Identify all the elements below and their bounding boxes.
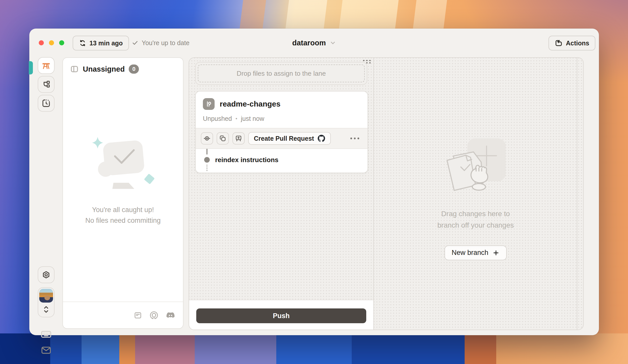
branch-time: just now [241, 115, 264, 122]
titlebar: 13 min ago You're up to date dataroom [29, 29, 599, 57]
avatar [39, 289, 53, 303]
wallpaper-bottom-stripes [0, 333, 628, 364]
new-branch-button[interactable]: New branch [444, 245, 507, 260]
user-switcher[interactable] [38, 287, 55, 317]
discord-button[interactable] [166, 310, 175, 320]
actions-label: Actions [566, 40, 589, 47]
project-switcher[interactable]: dataroom [292, 39, 336, 47]
branch-name: readme-changes [220, 100, 280, 108]
canvas-hint-line2: branch off your changes [437, 220, 514, 231]
branch-card: readme-changes Unpushed • just now [195, 91, 368, 173]
changelog-icon [134, 311, 142, 320]
active-tab-indicator [29, 61, 33, 74]
commit-target-button[interactable] [201, 132, 213, 145]
branch-status: Unpushed [203, 115, 232, 122]
sync-status-button[interactable]: 13 min ago [73, 36, 129, 50]
close-button[interactable] [39, 40, 44, 45]
github-icon [318, 135, 325, 142]
commit-dot-icon [204, 157, 210, 163]
changelog-button[interactable] [134, 311, 142, 320]
canvas-hint-line1: Drag changes here to [437, 208, 514, 220]
unassigned-title: Unassigned [83, 65, 125, 73]
sync-time-label: 13 min ago [89, 40, 123, 47]
copy-icon [219, 135, 227, 142]
unassigned-panel: Unassigned 0 You're all caught up! No [62, 57, 184, 329]
branch-card-header[interactable]: readme-changes Unpushed • just now [196, 92, 368, 128]
up-to-date-status: You're up to date [132, 29, 189, 57]
project-name: dataroom [292, 39, 326, 47]
branch-badge-icon [203, 98, 215, 110]
empty-subtitle: No files need committing [85, 215, 161, 226]
desktop: 13 min ago You're up to date dataroom [0, 0, 628, 364]
plus-icon [492, 249, 500, 256]
commit-message: reindex instructions [215, 156, 279, 164]
mail-icon [41, 345, 52, 356]
push-button[interactable]: Push [196, 308, 366, 323]
check-icon [132, 40, 138, 46]
actions-sparkle-icon [555, 39, 563, 47]
target-plus-icon [203, 135, 211, 142]
discord-icon [166, 310, 175, 320]
new-branch-label: New branch [452, 249, 488, 257]
new-branch-canvas: Drag changes here to branch off your cha… [374, 58, 577, 330]
bench-plus-icon [235, 135, 242, 142]
drag-changes-illustration [437, 137, 514, 198]
sidebar-item-branches[interactable] [38, 76, 55, 93]
open-source-icon [149, 311, 159, 320]
sync-icon [79, 39, 86, 47]
apply-to-workspace-button[interactable] [232, 132, 245, 145]
actions-button[interactable]: Actions [548, 36, 595, 50]
chevron-down-icon [330, 40, 336, 46]
empty-title: You're all caught up! [85, 205, 161, 215]
commit-line-top [206, 149, 207, 154]
workspace-canvas: Drop files to assign to the lane readme- [189, 57, 584, 330]
history-icon [42, 99, 51, 108]
sidebar-rail [38, 57, 55, 329]
branch-lane: Drop files to assign to the lane readme- [189, 58, 373, 330]
minimize-button[interactable] [49, 40, 54, 45]
unassigned-count-badge: 0 [129, 64, 139, 74]
zoom-button[interactable] [59, 40, 64, 45]
panel-footer [63, 302, 183, 328]
branch-actions-row: Create Pull Request [196, 128, 368, 149]
canvas-edge-divider[interactable] [577, 58, 577, 330]
open-source-button[interactable] [149, 311, 159, 320]
workbench-icon [41, 61, 51, 70]
updown-chevron-icon [38, 304, 54, 315]
sidebar-item-history[interactable] [38, 95, 55, 112]
settings-button[interactable] [38, 266, 55, 283]
create-pull-request-button[interactable]: Create Pull Request [248, 132, 331, 145]
keyboard-icon [40, 328, 52, 340]
settings-icon [42, 270, 51, 279]
commit-line-bottom [206, 165, 207, 171]
sidebar-item-workspace[interactable] [38, 57, 55, 74]
meta-separator: • [236, 116, 237, 122]
unassigned-header: Unassigned 0 [63, 58, 183, 80]
lane-footer: Push [189, 300, 373, 330]
commit-row[interactable]: reindex instructions [196, 149, 368, 173]
app-window: 13 min ago You're up to date dataroom [29, 29, 599, 335]
create-pr-label: Create Pull Request [254, 135, 314, 142]
file-dropzone[interactable]: Drop files to assign to the lane [195, 62, 367, 85]
split-square-icon [70, 65, 79, 73]
branches-icon [42, 80, 51, 89]
caught-up-illustration [90, 134, 156, 193]
caught-up-empty-state: You're all caught up! No files need comm… [63, 134, 183, 226]
ellipsis-icon[interactable] [350, 137, 360, 140]
dropzone-hint: Drop files to assign to the lane [237, 70, 326, 77]
keyboard-shortcuts-button[interactable] [40, 328, 52, 340]
status-label: You're up to date [142, 39, 189, 47]
copy-button[interactable] [217, 132, 229, 145]
feedback-button[interactable] [41, 345, 52, 356]
